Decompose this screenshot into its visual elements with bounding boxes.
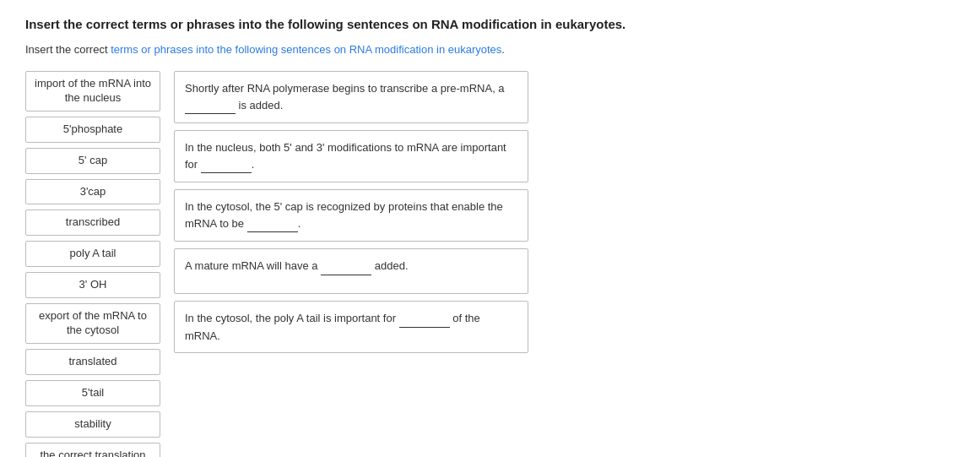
sentence-1: Shortly after RNA polymerase begins to t… (174, 71, 528, 123)
blank-4 (321, 258, 371, 275)
sentence-3: In the cytosol, the 5' cap is recognized… (174, 189, 528, 242)
sentence-2: In the nucleus, both 5' and 3' modificat… (174, 130, 528, 182)
subtitle-before: Insert the correct (25, 43, 111, 56)
subtitle: Insert the correct terms or phrases into… (25, 43, 955, 56)
term-transcribed[interactable]: transcribed (25, 209, 160, 236)
term-stability[interactable]: stability (25, 411, 160, 438)
blank-1 (185, 97, 236, 115)
page-title: Insert the correct terms or phrases into… (25, 17, 955, 31)
term-3oh[interactable]: 3' OH (25, 272, 160, 298)
blank-3 (247, 215, 298, 233)
term-3cap[interactable]: 3'cap (25, 179, 160, 205)
term-export-mrna[interactable]: export of the mRNA tothe cytosol (25, 303, 160, 344)
subtitle-highlight: terms or phrases into the following sent… (111, 43, 501, 56)
sentence-5: In the cytosol, the poly A tail is impor… (174, 301, 528, 353)
term-import-mrna[interactable]: import of the mRNA intothe nucleus (25, 71, 160, 112)
terms-column: import of the mRNA intothe nucleus 5'pho… (25, 71, 160, 457)
term-translated[interactable]: translated (25, 349, 160, 375)
term-5phosphate[interactable]: 5'phosphate (25, 117, 160, 143)
sentence-4: A mature mRNA will have a added. (174, 248, 528, 294)
sentences-column: Shortly after RNA polymerase begins to t… (174, 71, 528, 353)
term-5cap[interactable]: 5' cap (25, 148, 160, 174)
term-5tail[interactable]: 5'tail (25, 380, 160, 406)
subtitle-after: . (501, 43, 505, 56)
term-correct-translation[interactable]: the correct translation (25, 443, 160, 457)
blank-2 (201, 156, 252, 174)
main-layout: import of the mRNA intothe nucleus 5'pho… (25, 71, 955, 457)
term-poly-a-tail[interactable]: poly A tail (25, 241, 160, 267)
blank-5 (399, 310, 450, 328)
